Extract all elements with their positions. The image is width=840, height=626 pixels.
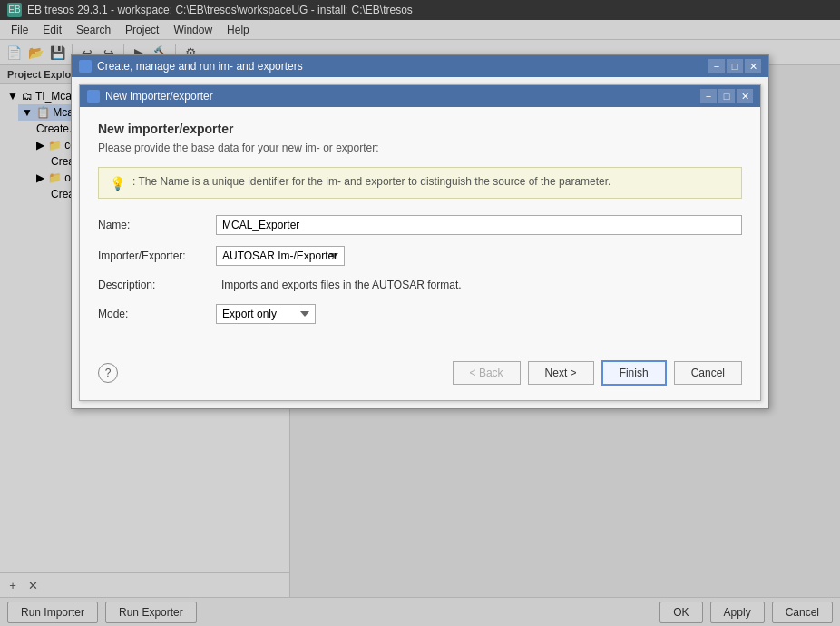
- mode-select[interactable]: Export only Import only Import and Expor…: [216, 304, 316, 324]
- inner-dialog-ctrl-btns: − □ ✕: [700, 89, 753, 103]
- next-button[interactable]: Next >: [528, 361, 594, 385]
- outer-dialog-close-btn[interactable]: ✕: [745, 59, 761, 73]
- importer-select-wrapper: AUTOSAR Im-/Exporter CSV Importer Excel …: [216, 246, 742, 266]
- name-label: Name:: [98, 219, 216, 231]
- outer-dialog-ctrl-btns: − □ ✕: [708, 59, 761, 73]
- description-value: Imports and exports files in the AUTOSAR…: [216, 277, 742, 293]
- help-button[interactable]: ?: [98, 363, 118, 383]
- back-button[interactable]: < Back: [453, 361, 521, 385]
- outer-dialog-body: New importer/exporter − □ ✕ New importer…: [72, 77, 768, 408]
- inner-dialog-heading: New importer/exporter: [98, 122, 742, 136]
- dialog-buttons: ? < Back Next > Finish Cancel: [80, 349, 760, 400]
- mode-select-wrapper: Export only Import only Import and Expor…: [216, 304, 742, 324]
- finish-button[interactable]: Finish: [601, 360, 667, 386]
- dialog-overlay: Create, manage and run im- and exporters…: [0, 0, 840, 626]
- form-row-name: Name:: [98, 215, 742, 235]
- inner-dialog-title-label: New importer/exporter: [105, 90, 700, 103]
- importer-select[interactable]: AUTOSAR Im-/Exporter CSV Importer Excel …: [216, 246, 345, 266]
- inner-dialog-body: New importer/exporter Please provide the…: [80, 107, 760, 349]
- cancel-dialog-btn[interactable]: Cancel: [674, 361, 742, 385]
- form-row-importer: Importer/Exporter: AUTOSAR Im-/Exporter …: [98, 246, 742, 266]
- outer-dialog-titlebar: Create, manage and run im- and exporters…: [72, 55, 768, 77]
- form-row-description: Description: Imports and exports files i…: [98, 277, 742, 293]
- inner-dialog-maximize-btn[interactable]: □: [718, 89, 735, 103]
- outer-dialog-icon: [79, 60, 92, 73]
- inner-dialog-minimize-btn[interactable]: −: [700, 89, 717, 103]
- name-input[interactable]: [216, 215, 742, 235]
- inner-dialog-close-btn[interactable]: ✕: [737, 89, 753, 103]
- inner-dialog-icon: [87, 90, 100, 103]
- outer-dialog: Create, manage and run im- and exporters…: [71, 54, 769, 409]
- info-text: : The Name is a unique identifier for th…: [132, 175, 610, 188]
- inner-dialog-titlebar: New importer/exporter − □ ✕: [80, 85, 760, 107]
- outer-dialog-minimize-btn[interactable]: −: [708, 59, 725, 73]
- inner-dialog: New importer/exporter − □ ✕ New importer…: [79, 84, 761, 401]
- outer-dialog-title: Create, manage and run im- and exporters: [97, 60, 708, 73]
- description-label: Description:: [98, 279, 216, 291]
- mode-label: Mode:: [98, 308, 216, 320]
- form-row-mode: Mode: Export only Import only Import and…: [98, 304, 742, 324]
- inner-dialog-subtext: Please provide the base data for your ne…: [98, 142, 742, 154]
- info-bulb-icon: 💡: [110, 176, 125, 191]
- importer-label: Importer/Exporter:: [98, 249, 216, 262]
- info-box: 💡 : The Name is a unique identifier for …: [98, 167, 742, 199]
- outer-dialog-maximize-btn[interactable]: □: [727, 59, 743, 73]
